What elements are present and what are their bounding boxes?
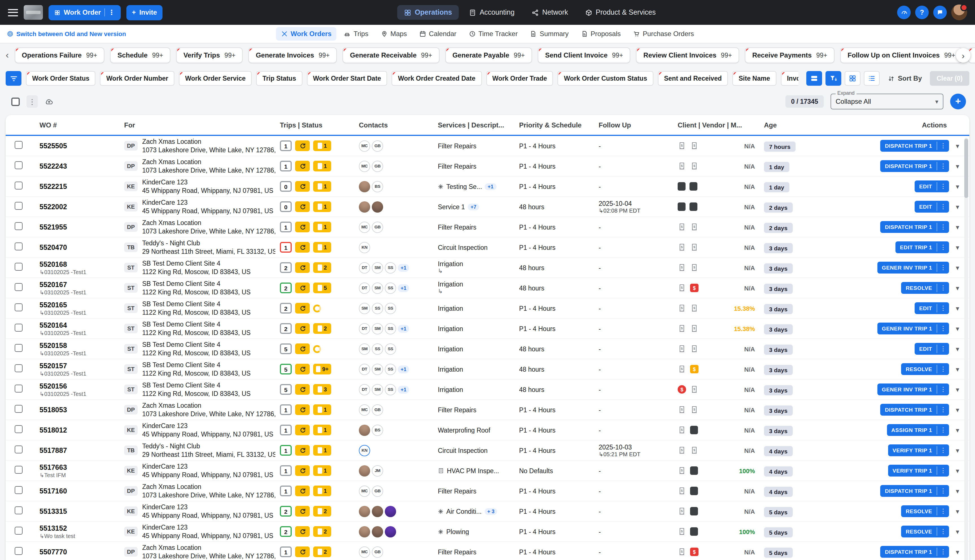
row-checkbox[interactable]: [15, 141, 23, 148]
trip-docs-chip[interactable]: 2: [313, 262, 331, 273]
row-checkbox[interactable]: [15, 242, 23, 250]
subnav-item-purchase-orders[interactable]: Purchase Orders: [628, 27, 699, 41]
bulk-actions-kebab[interactable]: ⋮: [27, 95, 38, 108]
invoice-doc-icon[interactable]: $: [678, 405, 686, 414]
row-expand-caret[interactable]: ▾: [953, 142, 962, 150]
trip-status-reschedule-icon[interactable]: [295, 526, 310, 537]
trip-docs-chip[interactable]: 2: [313, 323, 331, 334]
sort-by-button[interactable]: Sort By: [883, 75, 927, 82]
contact-avatar[interactable]: SS: [372, 303, 383, 314]
row-checkbox[interactable]: [15, 465, 23, 473]
contact-avatar[interactable]: SS: [385, 282, 396, 293]
contact-avatar[interactable]: [385, 526, 396, 537]
filter-chip[interactable]: Site Name: [732, 71, 776, 86]
trip-docs-chip[interactable]: 3: [313, 384, 331, 395]
work-order-number[interactable]: 5517663: [40, 463, 124, 471]
trip-status-reschedule-icon[interactable]: [295, 323, 310, 334]
table-row[interactable]: 5520157 ↳03102025 -Test1 ST SB Test Demo…: [6, 359, 969, 380]
table-row[interactable]: 5518012 KE KinderCare 123 45 Whippany Ro…: [6, 420, 969, 440]
work-order-number[interactable]: 5520158: [40, 342, 124, 349]
trip-docs-chip[interactable]: 1: [313, 222, 331, 232]
work-order-number[interactable]: 5518012: [40, 426, 124, 434]
action-button[interactable]: GENER INV TRIP 1 ⋮: [877, 262, 949, 273]
trip-status-reschedule-icon[interactable]: [295, 222, 310, 232]
contacts-more-chip[interactable]: +1: [398, 325, 409, 332]
action-kebab-icon[interactable]: ⋮: [937, 323, 949, 334]
trip-status-reschedule-icon[interactable]: [295, 364, 310, 375]
work-order-number[interactable]: 5520164: [40, 321, 124, 329]
table-row[interactable]: 5517663 ↳Test IFM KE KinderCare 123 45 W…: [6, 461, 969, 481]
service-more-chip[interactable]: +1: [485, 183, 496, 190]
trip-status-reschedule-icon[interactable]: [295, 445, 310, 456]
filter-list-button[interactable]: [6, 71, 22, 86]
subnav-item-trips[interactable]: Trips: [339, 27, 373, 41]
row-expand-caret[interactable]: ▾: [953, 487, 962, 495]
contact-avatar[interactable]: [359, 465, 370, 476]
action-kebab-icon[interactable]: ⋮: [937, 424, 949, 436]
contact-avatar[interactable]: SM: [372, 384, 383, 395]
trip-count-chip[interactable]: 1: [280, 242, 292, 253]
pipeline-stage-chip[interactable]: Review Client Invoices 99+: [636, 47, 740, 63]
contact-avatar[interactable]: SS: [385, 303, 396, 314]
trip-count-chip[interactable]: 1: [280, 547, 292, 557]
work-order-number[interactable]: 5520157: [40, 362, 124, 370]
action-button[interactable]: EDIT ⋮: [915, 180, 949, 192]
contact-avatar[interactable]: SS: [385, 343, 396, 355]
invoice-doc-icon[interactable]: $: [690, 385, 698, 393]
vendor-bill-dark-icon[interactable]: [690, 202, 698, 211]
help-button[interactable]: ?: [915, 6, 929, 19]
trip-status-reschedule-icon[interactable]: [295, 485, 310, 496]
cloud-upload-icon[interactable]: [45, 97, 53, 106]
invite-button[interactable]: + Invite: [126, 5, 163, 20]
work-order-number[interactable]: 5513315: [40, 507, 124, 515]
row-expand-caret[interactable]: ▾: [953, 345, 962, 353]
table-row[interactable]: 5520165 ↳03102025 -Test1 ST SB Test Demo…: [6, 298, 969, 318]
subnav-item-work-orders[interactable]: Work Orders: [276, 27, 337, 41]
row-checkbox[interactable]: [15, 506, 23, 514]
col-services[interactable]: Services | Descript...: [438, 121, 519, 129]
row-checkbox[interactable]: [15, 486, 23, 494]
service-more-chip[interactable]: + 3: [484, 508, 498, 515]
trip-count-chip[interactable]: 0: [280, 201, 292, 212]
invoice-doc-icon[interactable]: $: [678, 487, 686, 495]
work-order-number[interactable]: 5520156: [40, 382, 124, 390]
trip-status-reschedule-icon[interactable]: [295, 140, 310, 151]
row-expand-caret[interactable]: ▾: [953, 447, 962, 454]
table-row[interactable]: 5520158 ↳03102025 -Test1 ST SB Test Demo…: [6, 339, 969, 359]
row-checkbox[interactable]: [15, 384, 23, 392]
row-expand-caret[interactable]: ▾: [953, 365, 962, 373]
work-order-number[interactable]: 5522215: [40, 182, 124, 190]
action-button[interactable]: RESOLVE ⋮: [901, 505, 949, 517]
row-expand-caret[interactable]: ▾: [953, 467, 962, 475]
subnav-item-proposals[interactable]: Proposals: [576, 27, 626, 41]
action-kebab-icon[interactable]: ⋮: [937, 526, 949, 537]
trip-docs-chip[interactable]: 1: [313, 201, 331, 212]
filter-chip[interactable]: Invoice Status: [781, 71, 798, 86]
contact-avatar[interactable]: SM: [372, 323, 383, 334]
action-button[interactable]: DISPATCH TRIP 1 ⋮: [880, 221, 949, 233]
contact-avatar[interactable]: [359, 424, 370, 436]
contact-avatar[interactable]: GB: [372, 160, 383, 172]
trip-count-chip[interactable]: 2: [280, 283, 292, 293]
table-row[interactable]: 5525505 DP Zach Xmas Location 1073 Lakes…: [6, 136, 969, 156]
invoice-doc-icon[interactable]: $: [678, 426, 686, 434]
trip-docs-chip[interactable]: 2: [313, 506, 331, 517]
trip-count-chip[interactable]: 1: [280, 140, 292, 151]
table-row[interactable]: 5520168 ↳03102025 -Test1 ST SB Test Demo…: [6, 258, 969, 278]
trip-count-chip[interactable]: 1: [280, 222, 292, 232]
trip-status-reschedule-icon[interactable]: [295, 547, 310, 557]
contact-avatar[interactable]: GB: [372, 222, 383, 233]
table-row[interactable]: 5520470 TB Teddy's - Night Club 29 North…: [6, 237, 969, 258]
contact-avatar[interactable]: SS: [385, 262, 396, 273]
row-expand-caret[interactable]: ▾: [953, 304, 962, 312]
work-order-number[interactable]: 5521955: [40, 223, 124, 231]
action-kebab-icon[interactable]: ⋮: [937, 444, 949, 456]
action-kebab-icon[interactable]: ⋮: [937, 201, 949, 213]
contact-avatar[interactable]: SS: [385, 384, 396, 395]
row-checkbox[interactable]: [15, 527, 23, 534]
action-button[interactable]: VERIFY TRIP 1 ⋮: [888, 444, 949, 456]
col-priority[interactable]: Priority & Schedule: [519, 121, 599, 129]
topnav-item-network[interactable]: Network: [525, 5, 575, 20]
action-kebab-icon[interactable]: ⋮: [937, 363, 949, 375]
clear-filters-button[interactable]: Clear (0): [930, 71, 969, 86]
